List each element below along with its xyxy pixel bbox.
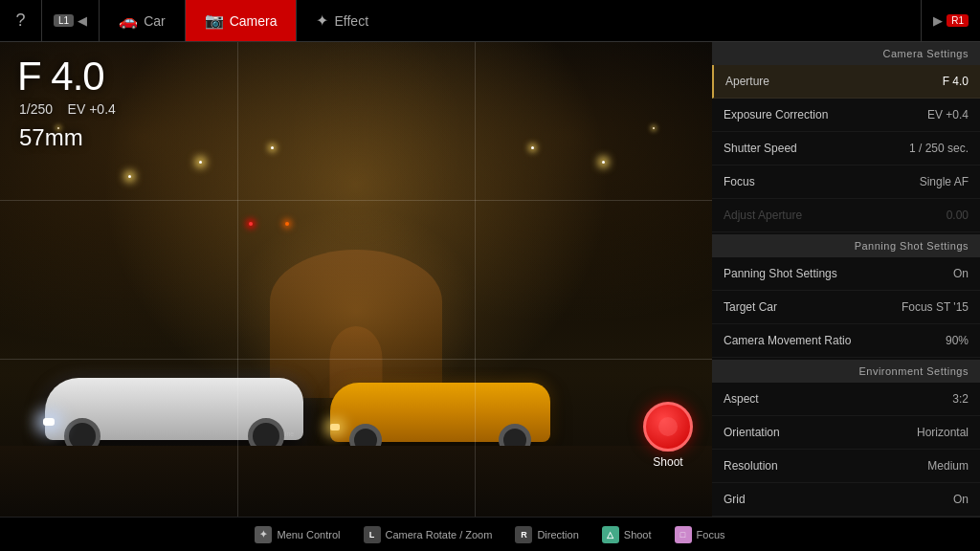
camera-movement-value: 90% <box>946 334 969 347</box>
target-car-value: Focus ST '15 <box>902 300 969 314</box>
aspect-row[interactable]: Aspect 3:2 <box>712 383 980 416</box>
nav-camera[interactable]: 📷 Camera <box>186 0 297 41</box>
street-light-1 <box>128 175 131 178</box>
nav-car-label: Car <box>144 13 166 29</box>
car-icon: 🚗 <box>119 11 138 30</box>
exposure-row[interactable]: Exposure Correction EV +0.4 <box>712 99 980 132</box>
footer-menu-control: ✦ Menu Control <box>255 526 340 543</box>
l1-arrow: ◀ <box>78 13 87 28</box>
aspect-label: Aspect <box>724 392 759 406</box>
orientation-label: Orientation <box>724 426 780 439</box>
exposure-value: EV +0.4 <box>927 108 969 121</box>
grid-label: Grid <box>724 493 746 506</box>
exposure-label: Exposure Correction <box>724 108 828 121</box>
r1-indicator[interactable]: ▶ R1 <box>921 0 980 41</box>
help-icon: ? <box>15 11 25 31</box>
square-icon: □ <box>675 526 692 543</box>
footer-shoot: △ Shoot <box>602 526 652 543</box>
environment-settings-header: Environment Settings <box>712 360 980 383</box>
focus-label: Focus <box>724 175 755 188</box>
r-button-icon: R <box>515 526 532 543</box>
footer-shoot-label: Shoot <box>624 529 652 540</box>
resolution-row[interactable]: Resolution Medium <box>712 450 980 483</box>
aperture-value: F 4.0 <box>943 75 969 88</box>
help-button[interactable]: ? <box>0 0 42 42</box>
camera-view: RCZ GT Line F 4.0 1/25 <box>0 42 712 517</box>
effect-icon: ✦ <box>316 11 328 30</box>
target-car-label: Target Car <box>724 300 777 314</box>
orientation-value: Horizontal <box>917 426 969 439</box>
panning-shot-row[interactable]: Panning Shot Settings On <box>712 257 980 291</box>
shoot-button[interactable] <box>643 402 693 452</box>
car-white-headlight <box>43 418 55 426</box>
street-light-6 <box>57 127 59 129</box>
shoot-button-container: Shoot <box>643 402 693 469</box>
footer-focus: □ Focus <box>675 526 725 543</box>
aperture-row[interactable]: Aperture F 4.0 <box>712 65 980 99</box>
adjust-aperture-label: Adjust Aperture <box>724 209 802 222</box>
camera-icon: 📷 <box>205 11 224 30</box>
l1-button: L1 <box>54 14 74 27</box>
aspect-value: 3:2 <box>952 392 969 406</box>
camera-settings-header: Camera Settings <box>712 42 980 65</box>
shutter-row[interactable]: Shutter Speed 1 / 250 sec. <box>712 132 980 165</box>
camera-settings-section: Camera Settings Aperture F 4.0 Exposure … <box>712 42 980 232</box>
aperture-label: Aperture <box>725 75 769 88</box>
grid-value: On <box>953 493 969 506</box>
footer-menu-label: Menu Control <box>277 529 340 540</box>
scene: RCZ GT Line F 4.0 1/25 <box>0 42 712 517</box>
grid-row[interactable]: Grid On <box>712 483 980 517</box>
footer-focus-label: Focus <box>697 529 725 540</box>
panning-settings-section: Panning Shot Settings Panning Shot Setti… <box>712 234 980 358</box>
footer-direction: R Direction <box>515 526 578 543</box>
focus-row[interactable]: Focus Single AF <box>712 165 980 199</box>
r1-arrow: ▶ <box>933 13 943 28</box>
footer-direction-label: Direction <box>537 529 578 540</box>
nav-camera-label: Camera <box>230 13 278 29</box>
focus-value: Single AF <box>920 175 969 188</box>
resolution-value: Medium <box>927 459 969 473</box>
adjust-aperture-row: Adjust Aperture 0.00 <box>712 199 980 232</box>
environment-settings-section: Environment Settings Aspect 3:2 Orientat… <box>712 360 980 517</box>
orientation-row[interactable]: Orientation Horizontal <box>712 416 980 450</box>
panning-settings-header: Panning Shot Settings <box>712 234 980 257</box>
footer-camera-rotate: L Camera Rotate / Zoom <box>364 526 493 543</box>
road <box>0 446 712 517</box>
dpad-icon: ✦ <box>255 526 272 543</box>
target-car-row[interactable]: Target Car Focus ST '15 <box>712 291 980 324</box>
triangle-icon: △ <box>602 526 619 543</box>
panning-shot-label: Panning Shot Settings <box>724 267 837 280</box>
nav-effect-label: Effect <box>334 13 368 29</box>
camera-movement-row[interactable]: Camera Movement Ratio 90% <box>712 324 980 358</box>
car-yellow-headlight <box>330 424 340 430</box>
shutter-value: 1 / 250 sec. <box>909 142 969 155</box>
adjust-aperture-value: 0.00 <box>947 209 969 222</box>
right-panel: Camera Settings Aperture F 4.0 Exposure … <box>712 42 980 517</box>
shutter-label: Shutter Speed <box>724 142 797 155</box>
resolution-label: Resolution <box>724 459 778 473</box>
nav-car[interactable]: 🚗 Car <box>100 0 185 41</box>
shoot-button-inner <box>658 417 678 436</box>
panning-shot-value: On <box>953 267 969 280</box>
footer-camera-rotate-label: Camera Rotate / Zoom <box>386 529 493 540</box>
r1-button: R1 <box>947 14 969 27</box>
street-light-3 <box>271 146 274 149</box>
camera-movement-label: Camera Movement Ratio <box>724 334 851 347</box>
footer: ✦ Menu Control L Camera Rotate / Zoom R … <box>0 517 980 551</box>
shoot-label: Shoot <box>643 455 693 469</box>
header-nav: ? L1 ◀ 🚗 Car 📷 Camera ✦ Effect ▶ R1 <box>0 0 980 42</box>
nav-effect[interactable]: ✦ Effect <box>297 0 388 41</box>
l1-indicator[interactable]: L1 ◀ <box>42 0 100 41</box>
l-button-icon: L <box>364 526 381 543</box>
